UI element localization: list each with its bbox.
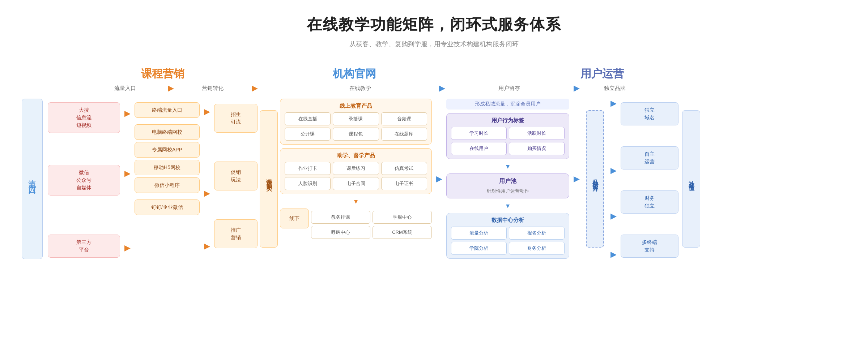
arrow-col-4: ▶ [569, 99, 584, 259]
online-ed-item-3: 音频课 [381, 112, 427, 125]
private-label: 私域矩阵 [586, 110, 604, 248]
sup-item-1: 作业打卡 [285, 162, 331, 175]
sup-item-5: 电子合同 [333, 177, 379, 190]
arrow-1a: ▶ [124, 109, 131, 118]
stage-flow-row: 流量入口 ▶ 营销转化 ▶ 在线教学 ▶ 用户留存 ▶ 独立品牌 [22, 83, 846, 93]
sup-item-6: 电子证书 [381, 177, 427, 190]
category-headers: 课程营销 机构官网 用户运营 [22, 66, 846, 81]
stage-online-teaching: 在线教学 [288, 85, 433, 92]
offline-item-4: CRM系统 [373, 226, 432, 239]
brand-col: 独立 域名 自主 运营 财务 独立 多终端 支持 [621, 99, 678, 259]
offline-row: 线下 教务排课 学服中心 呼叫中心 CRM系统 [280, 209, 432, 239]
online-education-group: 线上教育产品 在线直播 录播课 音频课 公开课 课程包 在线题库 [280, 99, 432, 145]
ub-item-3: 在线用户 [451, 142, 507, 155]
offline-item-2: 学服中心 [373, 211, 432, 224]
sup-item-4: 人脸识别 [285, 177, 331, 190]
stage-traffic: 流量入口 [89, 85, 161, 92]
supervision-group: 助学、督学产品 作业打卡 课后练习 仿真考试 人脸识别 电子合同 电子证书 [280, 148, 432, 194]
page-subtitle: 从获客、教学、复购到学服，用专业技术构建机构服务闭环 [22, 40, 846, 48]
data-center-title: 数据中心分析 [451, 217, 565, 224]
left-label-text: 流量入口 [27, 173, 38, 185]
stage-brand: 独立品牌 [586, 85, 644, 92]
marketing-item-2d: 微信小程序 [135, 177, 200, 193]
traffic-sources-col: 大搜 信息流 短视频 微信 公众号 自媒体 第三方 平台 [48, 99, 120, 259]
data-center-group: 数据中心分析 流量分析 报名分析 学院分析 财务分析 [446, 213, 569, 259]
user-pool-group: 用户池 针对性用户运营动作 [446, 173, 569, 198]
data-center-grid: 流量分析 报名分析 学院分析 财务分析 [451, 227, 565, 255]
kecheng-label: 课程购买 [260, 110, 278, 248]
retain-col: 形成私域流量，沉淀会员用户 用户行为标签 学习时长 活跃时长 在线用户 购买情况… [446, 99, 569, 259]
user-pool-subtitle: 针对性用户运营动作 [451, 188, 565, 194]
brand-item-2: 自主 运营 [621, 146, 678, 169]
traffic-item-1: 大搜 信息流 短视频 [48, 102, 120, 133]
arrow-5a: ▶ [610, 99, 617, 108]
online-ed-item-2: 录播课 [333, 112, 379, 125]
marketing-item-2b: 专属网校APP [135, 142, 200, 158]
online-education-grid: 在线直播 录播课 音频课 公开课 课程包 在线题库 [285, 112, 427, 141]
marketing-item-3: 钉钉/企业微信 [135, 199, 200, 215]
dc-item-1: 流量分析 [451, 227, 507, 240]
dc-item-4: 财务分析 [509, 242, 565, 255]
online-ed-item-4: 公开课 [285, 128, 331, 141]
online-ed-item-5: 课程包 [333, 128, 379, 141]
stage-retain: 用户留存 [451, 85, 567, 92]
marketing-col: 终端流量入口 电脑终端网校 专属网校APP 移动H5网校 微信小程序 钉钉/企业… [135, 99, 200, 259]
arrow-1c: ▶ [124, 243, 131, 253]
arrow-1b: ▶ [124, 169, 131, 178]
arrow-down-1: ▾ [280, 198, 432, 205]
marketing-item-2a: 电脑终端网校 [135, 124, 200, 140]
traffic-item-3: 第三方 平台 [48, 235, 120, 258]
diagram-main: 流量入口 大搜 信息流 短视频 微信 公众号 自媒体 第三方 平台 ▶ [22, 99, 846, 259]
private-col: 私域矩阵 [584, 99, 606, 259]
user-behavior-group: 用户行为标签 学习时长 活跃时长 在线用户 购买情况 [446, 113, 569, 159]
stage-conversion: 营销转化 [180, 85, 245, 92]
arrow-col-5: ▶ ▶ ▶ ▶ [606, 99, 621, 259]
arrow-down-3: ▾ [446, 202, 569, 209]
conversion-item-3: 推广 营销 [214, 219, 258, 248]
supervision-grid: 作业打卡 课后练习 仿真考试 人脸识别 电子合同 电子证书 [285, 162, 427, 190]
offline-item-3: 呼叫中心 [311, 226, 370, 239]
arrow-col-2: ▶ ▶ ▶ [200, 99, 214, 259]
online-education-title: 线上教育产品 [285, 103, 427, 110]
arrow-2b: ▶ [204, 189, 210, 198]
offline-grid: 教务排课 学服中心 呼叫中心 CRM系统 [311, 209, 432, 239]
arrow1: ▶ [163, 83, 178, 93]
ub-item-2: 活跃时长 [509, 127, 565, 140]
category-website: 机构官网 [268, 66, 441, 81]
ub-item-4: 购买情况 [509, 142, 565, 155]
arrow4: ▶ [569, 83, 584, 93]
offline-label: 线下 [280, 209, 309, 228]
brand-item-1: 独立 域名 [621, 102, 678, 125]
social-label: 社会价值 [682, 110, 700, 248]
page-title: 在线教学功能矩阵，闭环式服务体系 [22, 14, 846, 35]
arrow-4: ▶ [574, 174, 580, 184]
arrow-2a: ▶ [204, 107, 210, 116]
brand-item-3: 财务 独立 [621, 190, 678, 214]
marketing-item-1: 终端流量入口 [135, 102, 200, 118]
category-operations: 用户运营 [441, 66, 835, 81]
arrow-col-1: ▶ ▶ ▶ [120, 99, 135, 259]
traffic-item-2: 微信 公众号 自媒体 [48, 165, 120, 196]
ub-item-1: 学习时长 [451, 127, 507, 140]
user-behavior-title: 用户行为标签 [451, 117, 565, 124]
social-col: 社会价值 [678, 99, 704, 259]
user-behavior-grid: 学习时长 活跃时长 在线用户 购买情况 [451, 127, 565, 155]
online-teaching-col: 线上教育产品 在线直播 录播课 音频课 公开课 课程包 在线题库 助学、督学产品… [280, 99, 432, 259]
dc-item-3: 学院分析 [451, 242, 507, 255]
page-container: 在线教学功能矩阵，闭环式服务体系 从获客、教学、复购到学服，用专业技术构建机构服… [0, 0, 868, 274]
supervision-title: 助学、督学产品 [285, 152, 427, 159]
conversion-item-2: 促销 玩法 [214, 162, 258, 190]
arrow-5c: ▶ [610, 211, 617, 221]
arrow-5b: ▶ [610, 166, 617, 175]
arrow-3: ▶ [436, 174, 442, 184]
arrow-5d: ▶ [610, 250, 617, 259]
category-marketing: 课程营销 [58, 66, 268, 81]
online-ed-item-6: 在线题库 [381, 128, 427, 141]
online-ed-item-1: 在线直播 [285, 112, 331, 125]
marketing-item-2c: 移动H5网校 [135, 160, 200, 175]
arrow-2c: ▶ [204, 241, 210, 251]
retain-label: 形成私域流量，沉淀会员用户 [446, 99, 569, 110]
sup-item-2: 课后练习 [333, 162, 379, 175]
arrow-col-3: ▶ [432, 99, 446, 259]
sup-item-3: 仿真考试 [381, 162, 427, 175]
